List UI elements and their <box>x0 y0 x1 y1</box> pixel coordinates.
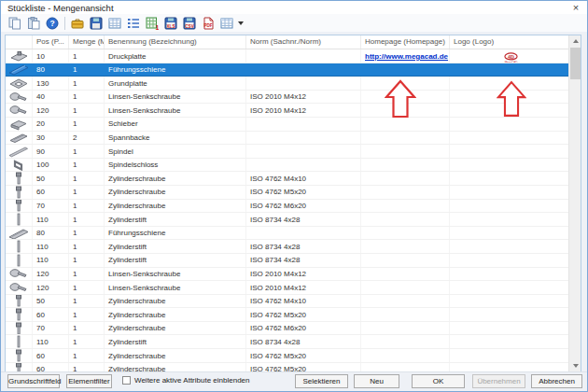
table-row[interactable]: 110 1 Zylinderstift ISO 8734 4x28 <box>6 335 568 349</box>
cell-menge: 1 <box>69 77 105 90</box>
table-row[interactable]: 110 1 Zylinderstift ISO 8734 4x28 <box>6 240 568 254</box>
save-icon[interactable] <box>87 15 105 31</box>
table-row[interactable]: 120 1 Linsen-Senkschraube ISO 2010 M4x12 <box>6 104 568 118</box>
chevron-down-icon[interactable] <box>238 21 244 25</box>
vertical-scrollbar[interactable] <box>568 35 581 371</box>
table-row[interactable]: 50 1 Zylinderschraube ISO 4762 M4x10 <box>6 172 568 186</box>
cell-logo <box>450 118 568 131</box>
cell-homepage: http://www.megacad.de <box>361 49 450 63</box>
table-icon[interactable] <box>105 15 124 31</box>
table-row[interactable]: 50 1 Zylinderschraube ISO 4762 M4x10 <box>6 295 568 309</box>
table-row[interactable]: 30 2 Spannbacke <box>6 132 568 146</box>
scrollbar-thumb[interactable] <box>570 48 581 79</box>
briefcase-icon[interactable] <box>68 15 87 31</box>
weitere-attribute-checkbox[interactable] <box>122 376 131 385</box>
cell-homepage <box>361 363 450 371</box>
cell-norm <box>246 145 361 158</box>
cell-menge: 1 <box>69 91 105 104</box>
table-row[interactable]: 80 1 Führungsschiene <box>6 227 568 241</box>
scroll-down-icon[interactable] <box>569 360 581 371</box>
neu-erstellen-button[interactable]: Neu Erstellen <box>354 374 399 388</box>
table-row[interactable]: 130 1 Grundplatte <box>6 77 568 91</box>
footer-bar: Grundschriftfeld Elementfilter Weitere a… <box>1 371 587 391</box>
table-row[interactable]: 70 1 Zylinderschraube ISO 4762 M6x20 <box>6 322 568 336</box>
export-csv-icon[interactable]: CSV <box>180 15 199 31</box>
paste-icon[interactable] <box>24 15 43 31</box>
cell-norm <box>246 159 361 172</box>
part-spindle-lock-icon <box>6 159 33 172</box>
cell-menge: 1 <box>69 104 105 117</box>
abbrechen-button[interactable]: Abbrechen <box>531 374 582 388</box>
column-header-logo[interactable]: Logo (Logo) <box>450 35 568 49</box>
part-cyl-screw-icon <box>6 295 33 308</box>
table-row[interactable]: 80 1 Führungsschiene <box>6 63 568 77</box>
column-settings-icon[interactable] <box>217 15 236 31</box>
close-icon[interactable]: × <box>569 2 582 13</box>
cell-pos: 110 <box>33 254 69 267</box>
numbered-list-icon[interactable] <box>124 15 143 31</box>
column-header-homepage[interactable]: Homepage (Homepage) <box>361 35 450 49</box>
cell-pos: 50 <box>33 172 69 185</box>
cell-benennung: Zylinderschraube <box>105 200 246 213</box>
cell-menge: 1 <box>69 322 105 335</box>
cell-benennung: Druckplatte <box>105 49 246 63</box>
cell-benennung: Zylinderschraube <box>105 308 246 321</box>
selektieren-button[interactable]: Selektieren <box>295 374 348 388</box>
cell-logo <box>450 268 568 281</box>
table-row[interactable]: 120 1 Linsen-Senkschraube ISO 2010 M4x12 <box>6 281 568 295</box>
table-row[interactable]: 90 1 Spindel <box>6 145 568 159</box>
part-base-plate-icon <box>6 77 33 90</box>
weitere-attribute-checkbox-label: Weitere aktive Attribute einblenden <box>134 376 249 385</box>
table-row[interactable]: 60 1 Zylinderschraube ISO 4762 M5x20 <box>6 308 568 322</box>
elementfilter-button[interactable]: Elementfilter <box>66 374 112 388</box>
cell-logo <box>450 335 568 348</box>
column-header-norm[interactable]: Norm (Sachnr./Norm) <box>246 35 361 49</box>
cell-pos: 80 <box>33 227 69 240</box>
cell-norm: ISO 2010 M4x12 <box>246 281 361 294</box>
table-row[interactable]: 120 1 Linsen-Senkschraube ISO 2010 M4x12 <box>6 268 568 282</box>
cell-benennung: Schieber <box>105 118 246 131</box>
table-row[interactable]: 40 1 Linsen-Senkschraube ISO 2010 M4x12 <box>6 91 568 105</box>
cell-benennung: Grundplatte <box>105 77 246 90</box>
cell-norm: ISO 4762 M6x20 <box>246 322 361 335</box>
column-header-benennung[interactable]: Benennung (Bezeichnung) <box>105 35 246 49</box>
cell-norm <box>246 118 361 131</box>
table-body: 10 1 Druckplatte http://www.megacad.de 4… <box>6 49 568 371</box>
column-header-pos[interactable]: Pos (P... <box>33 35 69 49</box>
cell-homepage <box>361 186 450 199</box>
column-header-menge[interactable]: Menge (M... <box>69 35 105 49</box>
table-row[interactable]: 60 1 Zylinderschraube ISO 4762 M5x20 <box>6 186 568 200</box>
part-cyl-screw-icon <box>6 363 33 371</box>
cell-norm <box>246 63 361 77</box>
table-row[interactable]: 100 1 Spindelschloss <box>6 159 568 173</box>
cell-benennung: Linsen-Senkschraube <box>105 104 246 117</box>
copy-icon[interactable] <box>6 15 24 31</box>
cell-benennung: Führungsschiene <box>105 63 246 77</box>
export-pdf-icon[interactable]: PDF <box>199 15 217 31</box>
cell-menge: 1 <box>69 213 105 226</box>
part-pin-icon <box>6 254 33 267</box>
cell-norm: ISO 8734 4x28 <box>246 335 361 348</box>
scroll-up-icon[interactable] <box>569 35 581 47</box>
help-icon[interactable]: ? <box>43 15 62 31</box>
table-row[interactable]: 10 1 Druckplatte http://www.megacad.de 4… <box>6 49 568 63</box>
table-row[interactable]: 110 1 Zylinderstift ISO 8734 4x28 <box>6 213 568 227</box>
cell-pos: 120 <box>33 104 69 117</box>
excel-sheet-icon[interactable]: 1 <box>143 15 161 31</box>
grundschriftfeld-button[interactable]: Grundschriftfeld <box>7 374 60 388</box>
cell-pos: 110 <box>33 335 69 348</box>
table-row[interactable]: 60 1 Zylinderschraube ISO 4762 M5x20 <box>6 349 568 363</box>
part-plate-icon <box>6 49 33 63</box>
table-row[interactable]: 20 1 Schieber <box>6 118 568 132</box>
table-row[interactable]: 60 1 Zylinderschraube ISO 4762 M5x20 <box>6 363 568 371</box>
cell-logo <box>450 77 568 90</box>
cell-pos: 120 <box>33 281 69 294</box>
homepage-link[interactable]: http://www.megacad.de <box>365 52 448 61</box>
export-xls-icon[interactable]: XLS <box>161 15 180 31</box>
cell-logo <box>450 91 568 104</box>
cell-logo <box>450 172 568 185</box>
ok-button[interactable]: OK <box>412 374 465 388</box>
table-row[interactable]: 70 1 Zylinderschraube ISO 4762 M6x20 <box>6 200 568 214</box>
table-row[interactable]: 110 1 Zylinderstift ISO 8734 4x28 <box>6 254 568 268</box>
cell-norm <box>246 227 361 240</box>
